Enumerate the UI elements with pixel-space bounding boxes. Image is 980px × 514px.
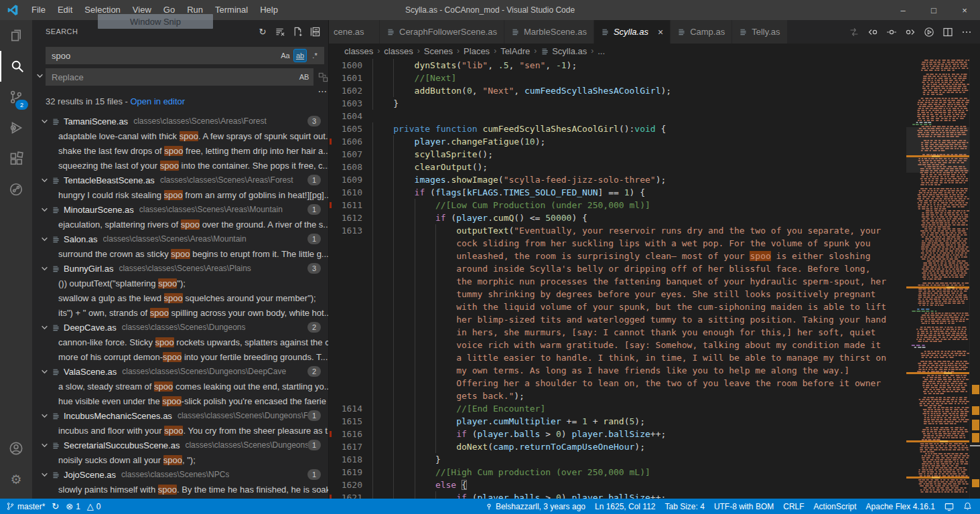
result-match-row[interactable]: slowly paints himself with spoo. By the … <box>32 482 328 497</box>
activity-extensions[interactable] <box>0 143 32 174</box>
breadcrumb-item[interactable]: Scylla.as <box>541 46 587 56</box>
code-line[interactable]: 1621if (player.balls > 0) player.ballSiz… <box>329 491 905 499</box>
line-number[interactable]: 1618 <box>329 453 362 466</box>
line-number[interactable]: 1619 <box>329 466 362 479</box>
compare-changes-button[interactable] <box>846 24 862 40</box>
status-eol[interactable]: CRLF <box>783 502 804 511</box>
account-button[interactable] <box>0 433 32 464</box>
breadcrumb-item[interactable]: TelAdre <box>500 46 530 56</box>
open-in-editor-link[interactable]: Open in editor <box>131 96 186 106</box>
line-number[interactable] <box>329 326 362 339</box>
more-actions-button[interactable] <box>959 24 975 40</box>
previous-change-button[interactable] <box>865 24 881 40</box>
status-sdk-version[interactable]: Apache Flex 4.16.1 <box>866 502 935 511</box>
code-line[interactable]: 1614//[End Encounter] <box>329 402 905 415</box>
breadcrumb-item[interactable]: Scenes <box>424 46 453 56</box>
code-line[interactable]: 1620else { <box>329 479 905 491</box>
result-file-row[interactable]: DeepCave.asclasses\classes\Scenes\Dungeo… <box>32 320 328 335</box>
code-line[interactable]: with the liquid volume of your spunk, bu… <box>329 301 905 313</box>
line-number[interactable] <box>329 390 362 402</box>
result-file-row[interactable]: IncubusMechanicScenes.asclasses\classes\… <box>32 408 328 423</box>
minimize-button[interactable]: – <box>888 0 918 20</box>
result-match-row[interactable]: squeezing the last of your spoo into the… <box>32 158 328 173</box>
tab-telly-as[interactable]: Telly.as <box>732 20 787 44</box>
result-file-row[interactable]: MinotaurScene.asclasses\classes\Scenes\A… <box>32 202 328 217</box>
breadcrumb-item[interactable]: classes <box>384 46 413 56</box>
result-file-row[interactable]: JojoScene.asclasses\classes\Scenes\NPCs1 <box>32 467 328 482</box>
line-number[interactable] <box>329 250 362 262</box>
result-match-row[interactable]: its") + " own, strands of spoo spilling … <box>32 305 328 320</box>
menu-terminal[interactable]: Terminal <box>209 0 254 20</box>
status-language-mode[interactable]: ActionScript <box>814 502 857 511</box>
line-number[interactable] <box>329 275 362 288</box>
toggle-replace-button[interactable] <box>35 71 44 80</box>
activity-source-control[interactable]: 2 <box>0 82 32 112</box>
code-line[interactable]: a little easier to handle. I think, in t… <box>329 351 905 364</box>
line-number[interactable] <box>329 301 362 313</box>
code-line[interactable]: 1604 <box>329 110 905 122</box>
line-number[interactable]: 1604 <box>329 110 362 122</box>
result-match-row[interactable]: ejaculation, splattering rivers of spoo … <box>32 217 328 232</box>
line-number[interactable]: 1605 <box>329 122 362 135</box>
line-number[interactable]: 1601 <box>329 72 362 84</box>
code-line[interactable]: 1603} <box>329 97 905 110</box>
search-input[interactable] <box>46 51 279 61</box>
status-notifications[interactable] <box>963 502 972 511</box>
code-line[interactable]: Offering her a shoulder to lean on, the … <box>329 377 905 390</box>
code-line[interactable]: 1618} <box>329 453 905 466</box>
code-line[interactable]: 1607scyllaSprite(); <box>329 148 905 161</box>
code-line[interactable]: 1608clearOutput(); <box>329 161 905 173</box>
line-number[interactable]: 1613 <box>329 224 362 237</box>
result-file-row[interactable]: BunnyGirl.asclasses\classes\Scenes\Areas… <box>32 261 328 276</box>
tab-camp-as[interactable]: Camp.as <box>671 20 732 44</box>
line-number[interactable]: 1612 <box>329 211 362 224</box>
line-number[interactable] <box>329 351 362 364</box>
code-editor[interactable]: 1600dynStats("lib", .5, "sen", -1);1601/… <box>329 58 905 499</box>
code-line[interactable]: around inside Scylla's belly or dripping… <box>329 262 905 275</box>
line-number[interactable]: 1616 <box>329 428 362 440</box>
status-sync-status[interactable]: ↻ <box>52 502 59 511</box>
settings-button[interactable]: ⚙ <box>0 464 32 495</box>
collapse-all-button[interactable] <box>308 25 322 38</box>
breadcrumb-item[interactable]: Places <box>464 46 490 56</box>
result-file-row[interactable]: Salon.asclasses\classes\Scenes\Areas\Mou… <box>32 232 328 246</box>
overview-ruler[interactable] <box>969 58 980 499</box>
code-line[interactable]: cock sliding from her suckling lips with… <box>329 237 905 250</box>
result-file-row[interactable]: TentacleBeastScene.asclasses\classes\Sce… <box>32 173 328 187</box>
activity-run-debug[interactable] <box>0 112 32 143</box>
line-number[interactable] <box>329 313 362 326</box>
status-screencast[interactable] <box>944 502 954 511</box>
code-line[interactable]: 1609images.showImage("scylla-feed-jizz-s… <box>329 173 905 186</box>
line-number[interactable]: 1611 <box>329 199 362 211</box>
activity-search[interactable] <box>0 51 33 82</box>
toggle-search-details-button[interactable]: ⋯ <box>316 86 328 96</box>
code-line[interactable]: gets back."); <box>329 390 905 402</box>
code-line[interactable]: 1600dynStats("lib", .5, "sen", -1); <box>329 59 905 72</box>
new-search-editor-button[interactable] <box>291 25 304 38</box>
code-line[interactable]: my own terms. As long as I have friends … <box>329 364 905 377</box>
line-number[interactable] <box>329 237 362 250</box>
code-line[interactable]: in hers, she murmurs, [say: I cannot tha… <box>329 326 905 339</box>
code-line[interactable]: the morphic nun processes the fattening … <box>329 275 905 288</box>
run-button[interactable] <box>921 24 937 40</box>
result-match-row[interactable]: a slow, steady stream of spoo comes leak… <box>32 379 328 394</box>
code-line[interactable]: 1612if (player.cumQ() <= 50000) { <box>329 211 905 224</box>
line-number[interactable]: 1609 <box>329 173 362 186</box>
close-icon[interactable]: × <box>658 27 663 37</box>
tab-ceraphfollowerscene-as[interactable]: CeraphFollowerScene.as <box>380 20 504 44</box>
result-match-row[interactable]: swallow a gulp as the lewd spoo squelche… <box>32 290 328 305</box>
regex-toggle[interactable]: .* <box>308 49 322 62</box>
next-change-button[interactable] <box>902 24 918 40</box>
close-button[interactable]: × <box>949 0 980 20</box>
activity-extra-extension[interactable] <box>0 174 32 205</box>
line-number[interactable] <box>329 262 362 275</box>
result-match-row[interactable]: incubus and floor with your spoo. You cr… <box>32 423 328 438</box>
code-line[interactable]: 1606player.changeFatigue(10); <box>329 135 905 148</box>
code-line[interactable]: 1602addButton(0, "Next", cumFeedScyllaSh… <box>329 84 905 97</box>
tab-cene-as[interactable]: cene.as <box>329 20 380 44</box>
maximize-button[interactable]: □ <box>918 0 949 20</box>
line-number[interactable]: 1600 <box>329 59 362 72</box>
tab-scylla-as[interactable]: Scylla.as× <box>594 20 671 44</box>
status-cursor-position[interactable]: Ln 1625, Col 112 <box>595 502 656 511</box>
code-line[interactable]: her blimp-sized tits and waterlogged tum… <box>329 313 905 326</box>
